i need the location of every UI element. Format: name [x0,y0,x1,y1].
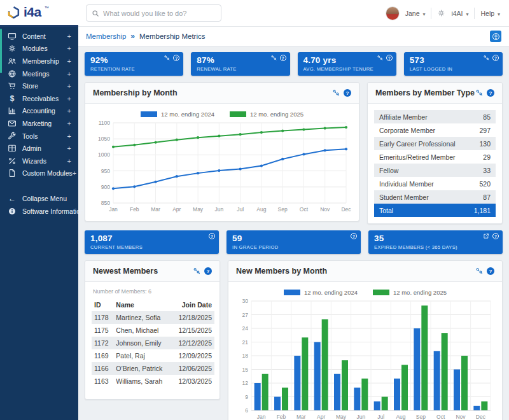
search-input[interactable] [103,10,216,17]
sidebar-item-wizards[interactable]: Wizards+ [0,155,78,167]
expand-plus-icon[interactable]: + [67,157,71,165]
bar [254,383,261,410]
member-id: 1172 [92,337,113,349]
legend-item[interactable]: 12 mo. ending 2024 [284,289,358,296]
sidebar-item-receivables[interactable]: $Receivables+ [0,92,78,105]
settings-icon[interactable] [164,55,170,61]
table-row: 1178Martinez, Sofia12/18/2025 [92,311,214,324]
help-icon[interactable]: ? [209,233,215,239]
sidebar-item-software-information[interactable]: Software Information [0,205,78,218]
bar [382,397,388,411]
member-name: Johnson, Emily [113,337,171,349]
kpi-label: AVG. MEMBERSHIP TENURE [303,66,391,72]
help-icon[interactable]: ? [487,89,494,97]
sidebar-item-collapse-menu[interactable]: ←Collapse Menu [0,192,78,205]
legend-item[interactable]: 12 mo. ending 2024 [141,111,214,118]
sidebar-item-label: Admin [22,144,41,152]
legend-item[interactable]: 12 mo. ending 2025 [373,289,447,296]
breadcrumb-separator-icon: » [130,32,135,41]
sidebar-item-membership[interactable]: Membership+ [0,55,78,67]
sidebar-item-tools[interactable]: Tools+ [0,130,78,143]
help-icon[interactable]: ? [173,55,179,61]
svg-text:Aug: Aug [396,414,405,420]
external-link-icon[interactable] [483,233,489,239]
card-header: New Members by Month ? [228,261,502,282]
kpi-row-middle: ?1,087CURRENT MEMBERS?59IN GRACE PERIOD?… [85,230,503,254]
ai-menu[interactable]: i4AI ▾ [451,10,468,17]
breadcrumb: Membership » Membership Metrics [78,27,509,46]
settings-icon[interactable] [475,89,483,97]
settings-icon[interactable] [332,89,340,97]
app-logo[interactable]: i4a ™ [0,0,78,27]
member-count-label: Number of Members: 6 [85,282,220,298]
bar [473,406,480,410]
gear-icon [437,9,445,17]
data-point [239,133,242,136]
sidebar-item-modules[interactable]: Modules+ [0,43,78,55]
expand-plus-icon[interactable]: + [73,169,76,177]
expand-plus-icon[interactable]: + [67,57,71,65]
member-name: Patel, Raj [113,349,171,362]
expand-plus-icon[interactable]: + [67,107,71,115]
sidebar-item-meetings[interactable]: Meetings+ [0,67,78,80]
kpi-card-in-grace-period[interactable]: ?59IN GRACE PERIOD [227,230,361,254]
sidebar-item-accounting[interactable]: Accounting+ [0,105,78,118]
data-point [218,135,220,137]
settings-icon[interactable] [483,55,489,61]
kpi-row-top: ?92%RETENTION RATE?87%RENEWAL RATE?4.70 … [85,52,503,76]
settings-icon[interactable] [377,55,383,61]
help-icon[interactable]: ? [280,55,286,61]
legend-item[interactable]: 12 mo. ending 2025 [230,111,303,118]
logo-trademark: ™ [45,6,49,10]
help-icon[interactable]: ? [492,55,499,61]
document-icon [8,169,17,178]
kpi-card-last-logged-in[interactable]: ?573LAST LOGGED IN [404,52,503,76]
expand-plus-icon[interactable]: + [67,82,71,90]
expand-plus-icon[interactable]: + [67,144,71,152]
breadcrumb-parent[interactable]: Membership [86,32,126,40]
help-icon[interactable]: ? [386,55,393,61]
kpi-card-renewal-rate[interactable]: ?87%RENEWAL RATE [191,52,289,76]
svg-text:Mar: Mar [296,414,306,420]
help-icon[interactable]: ? [204,267,212,275]
bar [322,319,328,410]
kpi-card-current-members[interactable]: ?1,087CURRENT MEMBERS [85,230,219,254]
help-icon[interactable]: ? [492,233,499,239]
member-id: 1169 [92,349,113,362]
sidebar-item-content[interactable]: Content+ [0,30,78,43]
expand-plus-icon[interactable]: + [67,95,71,102]
user-avatar[interactable] [386,6,400,20]
svg-text:Nov: Nov [320,206,330,213]
kpi-card-expired-members-365-days[interactable]: ?35EXPIRED MEMBERS (< 365 DAYS) [368,230,503,254]
expand-plus-icon[interactable]: + [67,32,71,40]
expand-plus-icon[interactable]: + [67,45,71,52]
sidebar-item-store[interactable]: Store+ [0,80,78,92]
global-search[interactable] [86,4,221,22]
settings-icon[interactable] [475,267,483,275]
settings-icon[interactable] [270,55,277,61]
member-type-value: 87 [483,193,491,201]
bar [442,333,448,410]
accessibility-icon[interactable] [490,31,501,42]
settings-icon[interactable] [193,267,200,275]
data-point [112,187,115,190]
help-menu[interactable]: Help ▾ [480,10,500,17]
help-icon[interactable]: ? [351,233,357,239]
user-menu[interactable]: Jane ▾ [405,10,426,17]
svg-text:Sep: Sep [416,414,426,420]
member-join-date: 12/12/2025 [171,337,214,349]
expand-plus-icon[interactable]: + [67,70,71,78]
expand-plus-icon[interactable]: + [67,120,71,127]
help-icon[interactable]: ? [344,89,351,97]
kpi-card-avg-membership-tenure[interactable]: ?4.70 yrsAVG. MEMBERSHIP TENURE [298,52,396,76]
expand-plus-icon[interactable]: + [67,132,71,140]
table-row: 1166O’Brien, Patrick12/06/2025 [92,362,214,375]
sidebar-item-marketing[interactable]: Marketing+ [0,117,78,130]
kpi-label: CURRENT MEMBERS [90,244,213,250]
sidebar-item-custom-modules[interactable]: Custom Modules+ [0,167,78,180]
members-by-type-card: Members by Member Type ? Affiliate Membe… [367,82,503,224]
help-icon[interactable]: ? [487,267,494,275]
kpi-card-retention-rate[interactable]: ?92%RETENTION RATE [85,52,183,76]
sidebar-scrollbar[interactable] [0,29,2,73]
sidebar-item-admin[interactable]: Admin+ [0,142,78,155]
